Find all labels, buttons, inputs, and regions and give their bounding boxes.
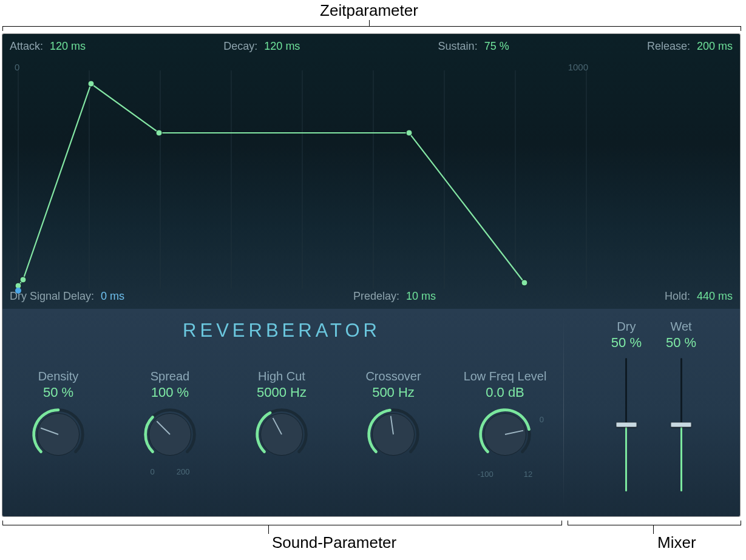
spread-scale-max: 200 bbox=[177, 467, 190, 476]
annotation-mixer: Mixer bbox=[657, 533, 696, 552]
dry-fader-col: Dry 50 % bbox=[611, 320, 642, 516]
wet-fader-thumb[interactable] bbox=[671, 422, 691, 427]
env-node-predelay[interactable] bbox=[20, 277, 26, 283]
spread-knob[interactable] bbox=[141, 405, 199, 464]
annotation-sound-parameter: Sound-Parameter bbox=[272, 533, 396, 552]
lowfreq-knob[interactable] bbox=[476, 405, 534, 464]
annotation-bracket-mixer bbox=[568, 521, 741, 525]
env-node-decay[interactable] bbox=[156, 130, 162, 136]
envelope-bottom-row: Dry Signal Delay: 0 ms Predelay: 10 ms H… bbox=[2, 290, 740, 303]
spread-knob-col: Spread 100 % 0 200 bbox=[118, 369, 222, 479]
plugin-title: REVERBERATOR bbox=[2, 320, 561, 342]
spread-scale: 0 200 bbox=[151, 467, 190, 476]
dry-fader[interactable] bbox=[617, 358, 636, 491]
highcut-value: 5000 Hz bbox=[257, 385, 307, 400]
predelay-param[interactable]: Predelay: 10 ms bbox=[353, 290, 436, 303]
lowfreq-scale: -100 12 bbox=[478, 470, 533, 479]
crossover-value: 500 Hz bbox=[372, 385, 415, 400]
dry-fader-fill bbox=[625, 425, 627, 491]
envelope-curve[interactable] bbox=[18, 84, 524, 286]
dry-signal-delay-label: Dry Signal Delay: bbox=[10, 290, 94, 302]
dry-label: Dry bbox=[617, 320, 636, 334]
density-knob[interactable] bbox=[29, 405, 87, 464]
annotation-tick-sound bbox=[268, 525, 269, 534]
knob-row: Density 50 % Spread 100 % 0 200 High Cut… bbox=[2, 369, 561, 479]
lowfreq-scale-max: 12 bbox=[524, 470, 532, 479]
lower-panel: REVERBERATOR Density 50 % Spread 100 % 0… bbox=[2, 309, 740, 516]
hold-param[interactable]: Hold: 440 ms bbox=[665, 290, 733, 303]
density-knob-col: Density 50 % bbox=[7, 369, 110, 479]
crossover-knob-col: Crossover 500 Hz bbox=[342, 369, 445, 479]
lowfreq-tick-zero: 0 bbox=[540, 415, 544, 424]
crossover-label: Crossover bbox=[365, 369, 421, 383]
lowfreq-label: Low Freq Level bbox=[464, 369, 547, 383]
env-node-hold[interactable] bbox=[406, 130, 412, 136]
annotation-tick-mixer bbox=[653, 525, 654, 534]
env-node-attack[interactable] bbox=[88, 81, 94, 87]
highcut-knob[interactable] bbox=[253, 405, 311, 464]
mixer-panel: Dry 50 % Wet 50 % bbox=[572, 320, 736, 516]
wet-fader[interactable] bbox=[672, 358, 690, 491]
annotation-bracket-top bbox=[2, 26, 741, 31]
predelay-label: Predelay: bbox=[353, 290, 399, 302]
envelope-panel[interactable]: Attack: 120 ms Decay: 120 ms Sustain: 75… bbox=[2, 34, 740, 309]
lowfreq-scale-min: -100 bbox=[478, 470, 493, 479]
figure: Zeitparameter Attack: 120 ms Decay: 120 … bbox=[0, 0, 746, 560]
spread-value: 100 % bbox=[151, 385, 189, 400]
density-value: 50 % bbox=[43, 385, 73, 400]
envelope-graph[interactable] bbox=[2, 34, 740, 309]
annotation-zeitparameter: Zeitparameter bbox=[320, 1, 418, 20]
predelay-value: 10 ms bbox=[406, 290, 436, 302]
plugin-panel: Attack: 120 ms Decay: 120 ms Sustain: 75… bbox=[2, 34, 740, 516]
hold-label: Hold: bbox=[665, 290, 690, 302]
lowfreq-knob-col: Low Freq Level 0.0 dB 0 -100 12 bbox=[453, 369, 557, 479]
spread-scale-min: 0 bbox=[151, 467, 155, 476]
dry-signal-delay-value: 0 ms bbox=[101, 290, 124, 302]
hold-value: 440 ms bbox=[697, 290, 733, 302]
wet-fader-fill bbox=[680, 425, 682, 491]
lowfreq-value: 0.0 dB bbox=[486, 385, 524, 400]
density-label: Density bbox=[38, 369, 79, 383]
annotation-bracket-sound bbox=[2, 521, 562, 525]
crossover-knob[interactable] bbox=[364, 405, 422, 464]
wet-fader-col: Wet 50 % bbox=[666, 320, 696, 516]
highcut-label: High Cut bbox=[258, 369, 305, 383]
wet-value: 50 % bbox=[666, 335, 696, 351]
panel-divider bbox=[563, 315, 564, 510]
wet-label: Wet bbox=[670, 320, 691, 334]
dry-fader-thumb[interactable] bbox=[616, 422, 637, 427]
spread-label: Spread bbox=[151, 369, 190, 383]
highcut-knob-col: High Cut 5000 Hz bbox=[230, 369, 333, 479]
env-node-release[interactable] bbox=[521, 280, 527, 286]
annotation-tick-top bbox=[369, 20, 370, 26]
dry-signal-delay-param[interactable]: Dry Signal Delay: 0 ms bbox=[10, 290, 124, 303]
dry-value: 50 % bbox=[611, 335, 642, 351]
